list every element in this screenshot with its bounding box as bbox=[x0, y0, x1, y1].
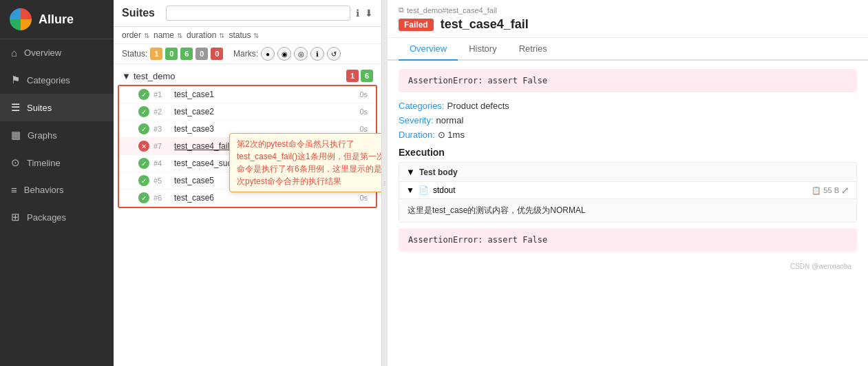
sidebar-item-graphs[interactable]: ▦ Graphs bbox=[0, 121, 114, 149]
test-item-2[interactable]: ✓ #2 test_case2 0s bbox=[119, 103, 376, 121]
tab-overview[interactable]: Overview bbox=[399, 38, 458, 61]
chevron-down-icon-tb: ▼ bbox=[406, 167, 415, 177]
error-box-2: AssertionError: assert False bbox=[399, 228, 857, 252]
stdout-content: 这里是test_case的测试内容，优先级为NORMAL bbox=[399, 199, 856, 222]
item-name-1: test_case1 bbox=[174, 90, 355, 99]
pass-icon-1: ✓ bbox=[138, 89, 149, 100]
fail-icon-4: ✕ bbox=[138, 141, 149, 152]
item-num-5: #4 bbox=[154, 159, 170, 167]
detail-header: ⧉ test_demo#test_case4_fail Failed test_… bbox=[388, 0, 868, 38]
mark-icon-3[interactable]: ◎ bbox=[294, 47, 308, 61]
stdout-row[interactable]: ▼ 📄 stdout 📋 55 B ⤢ bbox=[399, 181, 856, 199]
panel-divider[interactable]: ⋮ bbox=[382, 0, 388, 366]
order-label: order bbox=[122, 30, 141, 40]
suite-tree: ▼ test_demo 1 6 ✓ #1 test_case1 0s ✓ bbox=[114, 64, 381, 366]
suites-filters: order ⇅ name ⇅ duration ⇅ status ⇅ bbox=[114, 27, 381, 44]
download-icon[interactable]: ⬇ bbox=[365, 8, 373, 19]
name-sort-icon: ⇅ bbox=[177, 32, 182, 39]
detail-tabs: Overview History Retries bbox=[388, 38, 868, 61]
sort-name[interactable]: name ⇅ bbox=[154, 30, 182, 40]
mark-icon-2[interactable]: ◉ bbox=[277, 47, 291, 61]
breadcrumb-text: test_demo#test_case4_fail bbox=[407, 6, 497, 14]
annotation-text: 第2次的pytest命令虽然只执行了test_case4_fail()这1条用例… bbox=[237, 139, 381, 186]
item-dur-7: 0s bbox=[359, 194, 368, 202]
pass-icon-6: ✓ bbox=[138, 175, 149, 186]
sidebar-item-behaviors[interactable]: ≡ Behaviors bbox=[0, 176, 114, 203]
chevron-down-icon: ▼ bbox=[122, 71, 131, 81]
status-sort-icon: ⇅ bbox=[253, 32, 259, 39]
file-icon: 📄 bbox=[419, 185, 429, 195]
sidebar-item-suites[interactable]: ☰ Suites bbox=[0, 94, 114, 121]
error-box-1: AssertionError: assert False bbox=[399, 69, 857, 92]
sort-duration[interactable]: duration ⇅ bbox=[187, 30, 224, 40]
sort-order[interactable]: order ⇅ bbox=[122, 30, 149, 40]
behaviors-icon: ≡ bbox=[11, 184, 17, 196]
pass-icon-7: ✓ bbox=[138, 192, 149, 203]
detail-title-row: Failed test_case4_fail bbox=[399, 17, 857, 32]
sidebar-item-categories[interactable]: ⚑ Categories bbox=[0, 66, 114, 94]
mark-icon-4[interactable]: ℹ bbox=[310, 47, 324, 61]
item-dur-2: 0s bbox=[359, 108, 368, 116]
status-count-3[interactable]: 6 bbox=[180, 48, 193, 60]
item-dur-3: 0s bbox=[359, 125, 368, 133]
breadcrumb-icon: ⧉ bbox=[399, 6, 404, 14]
sidebar-label-packages: Packages bbox=[27, 212, 66, 223]
item-name-2: test_case2 bbox=[174, 107, 355, 116]
divider-handle: ⋮ bbox=[382, 182, 388, 185]
badge-fail: 1 bbox=[346, 70, 359, 82]
suite-group-header[interactable]: ▼ test_demo 1 6 bbox=[114, 67, 381, 85]
item-num-4: #7 bbox=[154, 142, 170, 150]
expand-icon: ⤢ bbox=[841, 185, 849, 196]
suites-panel: Suites ℹ ⬇ order ⇅ name ⇅ duration ⇅ sta… bbox=[114, 0, 382, 366]
duration-label: Duration: bbox=[399, 130, 435, 140]
sidebar-logo: Allure bbox=[0, 0, 114, 39]
categories-label: Categories: bbox=[399, 101, 444, 111]
duration-row: Duration: ⊙ 1ms bbox=[399, 130, 857, 140]
error-message-2: AssertionError: assert False bbox=[408, 235, 547, 245]
breadcrumb: ⧉ test_demo#test_case4_fail bbox=[399, 6, 857, 14]
suites-icon: ☰ bbox=[11, 101, 20, 114]
item-num-6: #5 bbox=[154, 176, 170, 185]
name-label: name bbox=[154, 30, 174, 40]
suites-title: Suites bbox=[122, 7, 155, 19]
status-count-2[interactable]: 0 bbox=[165, 48, 178, 60]
sidebar-nav: ⌂ Overview ⚑ Categories ☰ Suites ▦ Graph… bbox=[0, 39, 114, 366]
sidebar-item-packages[interactable]: ⊞ Packages bbox=[0, 203, 114, 231]
group-name: test_demo bbox=[134, 71, 176, 81]
search-input[interactable] bbox=[166, 6, 350, 21]
execution-title: Execution bbox=[399, 147, 857, 158]
sidebar-item-overview[interactable]: ⌂ Overview bbox=[0, 39, 114, 66]
packages-icon: ⊞ bbox=[11, 211, 20, 223]
sidebar: Allure ⌂ Overview ⚑ Categories ☰ Suites … bbox=[0, 0, 114, 366]
error-message-1: AssertionError: assert False bbox=[408, 76, 547, 85]
test-body-label: Test body bbox=[419, 167, 458, 177]
file-size-icon: 📋 bbox=[812, 186, 821, 195]
two-pane: Suites ℹ ⬇ order ⇅ name ⇅ duration ⇅ sta… bbox=[114, 0, 868, 366]
test-body-header[interactable]: ▼ Test body bbox=[399, 163, 856, 181]
annotation-tooltip: 第2次的pytest命令虽然只执行了test_case4_fail()这1条用例… bbox=[229, 133, 381, 192]
status-count-4[interactable]: 0 bbox=[195, 48, 208, 60]
graphs-icon: ▦ bbox=[11, 129, 21, 141]
test-item-1[interactable]: ✓ #1 test_case1 0s bbox=[119, 86, 376, 103]
sort-status[interactable]: status ⇅ bbox=[229, 30, 259, 40]
duration-value: ⊙ 1ms bbox=[438, 130, 465, 140]
tab-history[interactable]: History bbox=[458, 38, 507, 61]
info-icon[interactable]: ℹ bbox=[356, 8, 359, 19]
sidebar-label-suites: Suites bbox=[27, 103, 52, 113]
status-bar: Status: 1 0 6 0 0 Marks: ● ◉ ◎ ℹ ↺ bbox=[114, 44, 381, 64]
item-num-1: #1 bbox=[154, 90, 170, 99]
status-count-1[interactable]: 1 bbox=[150, 48, 162, 60]
chevron-down-icon-stdout: ▼ bbox=[406, 185, 414, 195]
tab-retries[interactable]: Retries bbox=[508, 38, 558, 61]
stdout-text: 这里是test_case的测试内容，优先级为NORMAL bbox=[407, 205, 586, 215]
allure-logo-icon bbox=[10, 8, 32, 30]
stdout-size-value: 55 B bbox=[823, 186, 839, 194]
sidebar-label-behaviors: Behaviors bbox=[24, 185, 64, 195]
sidebar-item-timeline[interactable]: ⊙ Timeline bbox=[0, 149, 114, 176]
detail-panel: ⧉ test_demo#test_case4_fail Failed test_… bbox=[388, 0, 868, 366]
item-name-7: test_case6 bbox=[174, 193, 355, 203]
mark-icon-5[interactable]: ↺ bbox=[327, 47, 341, 61]
status-count-5[interactable]: 0 bbox=[211, 48, 223, 60]
mark-icon-1[interactable]: ● bbox=[261, 47, 275, 61]
timeline-icon: ⊙ bbox=[11, 156, 20, 169]
